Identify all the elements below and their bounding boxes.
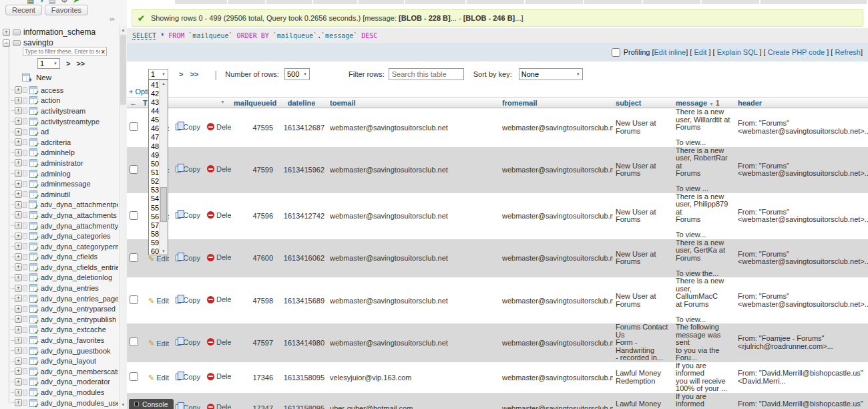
row-checkbox[interactable] [130, 165, 138, 174]
query-action-link[interactable]: Explain SQL [717, 48, 758, 56]
scroll-down-icon[interactable]: ▼ [120, 402, 127, 407]
sidebar-table-item[interactable]: + adv_dyna_attachmenttype [11, 221, 118, 231]
sidebar-table-item[interactable]: + adminmessage [11, 178, 118, 189]
sidebar-table-item[interactable]: + adv_dyna_modules_user [11, 398, 118, 408]
sidebar-scrollbar[interactable]: ▲ ▼ [119, 25, 127, 409]
tree-next-page[interactable]: > [66, 59, 70, 67]
page-number-option[interactable]: 41 [149, 80, 159, 89]
sidebar-table-item[interactable]: + access [11, 85, 118, 96]
page-tab-top[interactable] [313, 0, 359, 4]
page-number-option[interactable]: 44 [149, 106, 159, 115]
expand-icon[interactable]: + [15, 86, 22, 94]
sidebar-item-information-schema[interactable]: + information_schema [3, 27, 95, 37]
sidebar-table-item[interactable]: + adv_dyna_categories [11, 231, 118, 241]
expand-icon[interactable]: + [15, 97, 22, 104]
column-header-fromemail[interactable]: fromemail [499, 98, 613, 108]
edit-link[interactable]: ✎Edit [148, 374, 169, 382]
sidebar-item-savingto[interactable]: − savingto [3, 38, 53, 47]
row-checkbox[interactable] [130, 372, 138, 381]
sort-by-key-select[interactable]: None ▼ [519, 68, 583, 80]
expand-icon[interactable]: + [3, 29, 10, 36]
page-number-option[interactable]: 54 [149, 194, 159, 203]
expand-icon[interactable]: + [15, 347, 22, 354]
tree-last-page[interactable]: >> [76, 59, 85, 67]
edit-link[interactable]: ✎Edit [148, 339, 169, 348]
page-tab-top[interactable] [525, 0, 584, 4]
expand-icon[interactable]: + [15, 118, 22, 125]
tab-favorites[interactable]: Favorites [45, 5, 88, 15]
expand-icon[interactable]: + [15, 159, 22, 166]
delete-link[interactable]: Delete [207, 338, 231, 346]
copy-link[interactable]: Copy [176, 211, 200, 219]
expand-icon[interactable]: + [15, 243, 22, 250]
page-tab-top[interactable] [467, 0, 525, 4]
page-number-option[interactable]: 53 [149, 186, 159, 194]
sidebar-table-item[interactable]: + adv_dyna_cfields_entries [11, 262, 118, 273]
tab-recent[interactable]: Recent [5, 5, 42, 15]
sidebar-table-item[interactable]: + adv_dyna_layout [11, 356, 118, 366]
sidebar-table-item[interactable]: + adv_dyna_favorites [11, 335, 118, 346]
page-number-option[interactable]: 59 [149, 239, 159, 247]
row-checkbox[interactable] [130, 337, 138, 346]
page-number-option[interactable]: 49 [149, 150, 159, 159]
edit-link[interactable]: ✎Edit [148, 297, 169, 305]
expand-icon[interactable]: + [15, 315, 22, 323]
page-tab-top[interactable] [175, 0, 228, 4]
sidebar-table-item[interactable]: + adv_dyna_attachments [11, 210, 118, 221]
page-number-option[interactable]: 43 [149, 98, 159, 106]
delete-link[interactable]: Delete [207, 403, 231, 409]
query-action-link[interactable]: Edit [694, 48, 706, 56]
expand-icon[interactable]: + [15, 274, 22, 281]
column-header-toemail[interactable]: toemail [327, 98, 499, 108]
page-number-option[interactable]: 57 [149, 221, 159, 229]
row-checkbox[interactable] [130, 211, 138, 220]
copy-link[interactable]: Copy [176, 373, 200, 381]
page-tab-top[interactable] [702, 0, 761, 4]
sidebar-table-item[interactable]: + adv_dyna_cfields [11, 252, 118, 263]
sidebar-table-item[interactable]: + adv_dyna_categoryperms [11, 241, 118, 252]
page-tab-top[interactable] [643, 0, 702, 4]
sidebar-table-item[interactable]: + adminlog [11, 168, 118, 179]
page-number-option[interactable]: 51 [149, 168, 159, 176]
scroll-down-icon[interactable]: ▼ [160, 249, 168, 253]
copy-link[interactable]: Copy [176, 296, 200, 304]
delete-link[interactable]: Delete [207, 253, 231, 261]
page-number-select[interactable]: 1 ▼ [148, 69, 168, 80]
rows-count-select[interactable]: 500 ▼ [284, 68, 310, 80]
transpose-icon[interactable]: T [143, 99, 148, 107]
query-action-link[interactable]: Create PHP code [768, 48, 825, 56]
page-number-option[interactable]: 46 [149, 124, 159, 133]
page-number-option[interactable]: 42 [149, 89, 159, 98]
nav-header-icon[interactable]: ⚙ [61, 0, 68, 5]
sidebar-table-item[interactable]: + action [11, 96, 118, 106]
page-number-option[interactable]: 48 [149, 142, 159, 150]
expand-icon[interactable]: + [15, 263, 22, 271]
page-tab-top[interactable] [584, 0, 643, 4]
expand-icon[interactable]: + [15, 295, 22, 302]
expand-icon[interactable]: + [15, 253, 22, 261]
expand-icon[interactable]: + [15, 326, 22, 333]
column-header-mailqueueid[interactable]: mailqueueid [231, 98, 276, 108]
expand-icon[interactable]: + [15, 378, 22, 386]
sidebar-table-item[interactable]: + adv_dyna_moderator [11, 377, 118, 388]
sidebar-table-item[interactable]: + adv_dyna_entrypublish [11, 314, 118, 325]
copy-link[interactable]: Copy [176, 123, 200, 131]
delete-link[interactable]: Delete [207, 211, 231, 219]
column-header-message[interactable]: message▼1 [673, 98, 735, 108]
expand-icon[interactable]: + [15, 337, 22, 344]
sidebar-table-item[interactable]: + adv_dyna_memberscats [11, 366, 118, 377]
expand-icon[interactable]: + [15, 399, 22, 406]
delete-link[interactable]: Delete [207, 295, 231, 303]
sidebar-table-item[interactable]: + ad [11, 126, 118, 137]
move-left-icon[interactable]: ← [130, 99, 137, 107]
last-page-button[interactable]: >> [190, 70, 198, 78]
scrollbar-thumb[interactable] [120, 35, 126, 105]
scrollbar-thumb[interactable] [160, 187, 167, 222]
expand-icon[interactable]: + [15, 138, 22, 146]
delete-link[interactable]: Delete [207, 165, 231, 173]
column-header-subject[interactable]: subject [613, 98, 673, 108]
filter-rows-input[interactable] [389, 68, 464, 80]
expand-icon[interactable]: + [15, 358, 22, 365]
expand-icon[interactable]: + [15, 211, 22, 219]
sidebar-table-item[interactable]: + adv_dyna_extcache [11, 325, 118, 335]
